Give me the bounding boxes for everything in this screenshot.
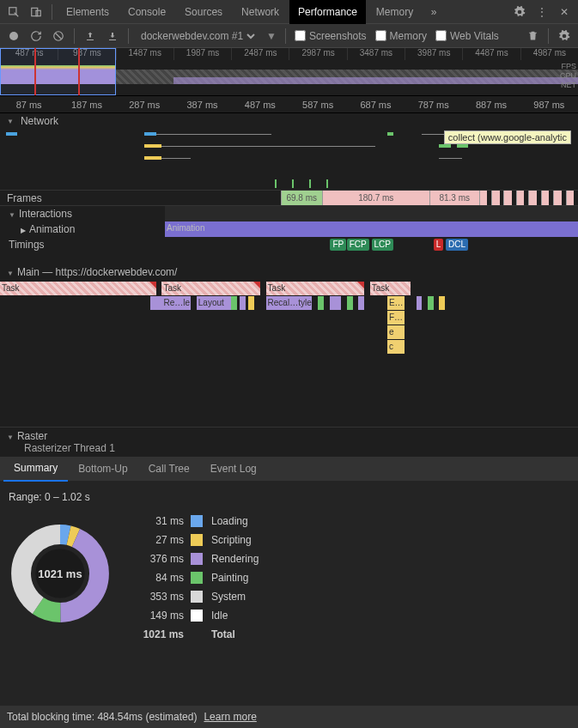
tab-summary[interactable]: Summary [3,456,68,482]
summary-tab-strip: Summary Bottom-Up Call Tree Event Log [0,457,578,481]
settings-icon[interactable] [513,5,526,19]
performance-toolbar: dockerwebdev.com #1 ▼ Screenshots Memory… [0,24,578,48]
raster-track[interactable]: Raster Rasterizer Thread 1 [0,428,578,457]
overview-timeline[interactable]: 487 ms987 ms1487 ms1987 ms2487 ms2987 ms… [0,48,578,96]
animation-label: Animation [0,221,165,237]
flame-cell[interactable]: Task [266,282,364,295]
recording-select[interactable]: dockerwebdev.com #1 [137,29,258,43]
clear-icon[interactable] [52,29,65,43]
frame-segment[interactable]: 81.3 ms [429,191,479,205]
separator [52,4,52,20]
tab-memory[interactable]: Memory [368,0,422,24]
donut-total: 1021 ms [9,522,112,625]
overview-selection[interactable] [0,48,116,95]
tab-console[interactable]: Console [119,0,174,24]
tab-sources[interactable]: Sources [176,0,231,24]
interactions-track[interactable]: Interactions [0,206,578,221]
trash-icon[interactable] [526,29,539,43]
interactions-label: Interactions [0,206,165,221]
overview-stat-labels: FPSCPUNET [560,62,576,90]
kebab-icon[interactable]: ⋮ [535,5,549,19]
flame-cell[interactable]: Re…le [161,296,191,310]
memory-checkbox[interactable]: Memory [375,30,427,42]
frames-label: Frames [0,191,165,205]
main-track-header[interactable]: Main — https://dockerwebdev.com/ [0,263,578,282]
tab-calltree[interactable]: Call Tree [138,457,200,481]
inspect-icon[interactable] [7,5,21,19]
flame-cell[interactable]: Recal…tyle [266,296,313,310]
flame-cell[interactable]: e [387,325,405,339]
flame-cell[interactable]: Layout [197,296,231,310]
frame-segment[interactable]: 180.7 ms [322,191,429,205]
separator [548,28,549,44]
main-track[interactable]: TaskTaskTaskTaskRe…leLayoutRecal…tyleE…F… [0,282,578,428]
status-text: Total blocking time: 484.54ms (estimated… [7,711,197,723]
overview-marker [78,48,80,95]
separator [128,28,129,44]
status-bar: Total blocking time: 484.54ms (estimated… [0,706,578,728]
timing-marker[interactable]: FCP [347,239,369,251]
frames-track[interactable]: Frames 69.8 ms180.7 ms81.3 ms [0,191,578,206]
summary-legend: 31 msLoading27 msScripting376 msRenderin… [132,515,259,640]
capture-settings-icon[interactable] [557,29,571,43]
screenshots-checkbox[interactable]: Screenshots [295,30,367,42]
flame-cell[interactable]: Task [161,282,259,295]
tab-eventlog[interactable]: Event Log [200,457,267,481]
learn-more-link[interactable]: Learn more [204,711,256,723]
tab-elements[interactable]: Elements [58,0,118,24]
raster-thread-label: Rasterizer Thread 1 [7,442,571,454]
flame-cell[interactable]: F… [387,311,405,325]
network-ticks [266,179,353,188]
frame-segment[interactable]: 69.8 ms [281,191,322,205]
summary-range: Range: 0 – 1.02 s [9,491,569,503]
svg-rect-2 [36,10,40,15]
close-icon[interactable]: ✕ [557,5,571,19]
device-toggle-icon[interactable] [29,5,43,19]
tab-network[interactable]: Network [233,0,288,24]
reload-record-icon[interactable] [29,29,43,43]
flame-cell[interactable]: Task [370,282,411,295]
flame-cell[interactable]: Task [0,282,156,295]
tab-performance[interactable]: Performance [289,0,366,24]
tab-bottomup[interactable]: Bottom-Up [68,457,137,481]
overview-marker [34,48,36,95]
separator [285,28,286,44]
timings-label: Timings [0,237,165,252]
raster-label: Raster [7,430,571,442]
record-icon[interactable] [7,29,21,43]
timing-marker[interactable]: LCP [372,239,393,251]
network-track-header[interactable]: Network [0,113,578,129]
svg-rect-1 [32,8,38,15]
network-tooltip: collect (www.google-analytic [444,130,571,144]
upload-icon[interactable] [83,29,97,43]
network-track[interactable]: collect (www.google-analytic [0,129,578,191]
summary-donut: 1021 ms [9,522,112,625]
summary-panel: Range: 0 – 1.02 s 1021 ms 31 msLoading27… [0,481,578,651]
download-icon[interactable] [106,29,119,43]
animation-row[interactable]: Animation Animation [0,221,578,237]
timing-marker[interactable]: FP [330,239,346,251]
flame-cell[interactable]: E… [387,296,405,310]
devtools-tab-strip: Elements Console Sources Network Perform… [0,0,578,24]
flame-cell[interactable]: c [387,340,405,354]
timing-marker[interactable]: L [434,239,444,251]
detail-ruler[interactable]: 87 ms187 ms287 ms387 ms487 ms587 ms687 m… [0,96,578,113]
webvitals-checkbox[interactable]: Web Vitals [435,30,499,42]
timing-marker[interactable]: DCL [446,239,468,251]
svg-point-3 [9,32,18,40]
timings-track[interactable]: Timings FPFCPLCPLDCL [0,237,578,252]
more-tabs-icon[interactable]: » [427,5,441,19]
separator [74,28,75,44]
